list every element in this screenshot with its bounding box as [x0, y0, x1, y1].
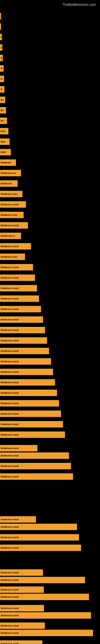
- bar-row: Bottleneck resu: [0, 211, 100, 219]
- bar-row: Bo: [0, 106, 100, 114]
- bar-row: Bottleneck result: [0, 568, 100, 576]
- bar-row: Bottleneck result: [0, 640, 100, 644]
- bottleneck-bar: Bottleneck result: [0, 358, 51, 365]
- bar-row: B: [0, 75, 100, 83]
- bottleneck-bar: Bottleneck result: [0, 473, 73, 480]
- bar-row: Bottl: [0, 148, 100, 156]
- bottleneck-bar: Bottleneck result: [0, 640, 42, 644]
- bottleneck-bar: Bottleneck re: [0, 233, 21, 239]
- bar-row: Bottleneck result: [0, 622, 100, 630]
- bottleneck-bar: Bottleneck result: [0, 400, 59, 406]
- bar-row: Bottleneck resu: [0, 253, 100, 261]
- bottleneck-bar: [0, 23, 1, 30]
- bottleneck-bar: Bottleneck result: [0, 285, 37, 292]
- bar-row: Bottleneck resu: [0, 190, 100, 198]
- bar-row: Bottleneck result: [0, 604, 100, 612]
- bottleneck-bar: Bottleneck result: [0, 452, 69, 459]
- bottleneck-bar: E: [0, 55, 3, 61]
- bar-row: Bottleneck result: [0, 523, 100, 531]
- bar-row: [0, 12, 100, 20]
- bottleneck-bar: Bottleneck result: [0, 432, 65, 438]
- bottleneck-bar: Bottlened: [0, 160, 16, 166]
- bar-row: Bottleneck result: [0, 305, 100, 313]
- bar-row: Bottleneck result: [0, 263, 100, 271]
- bar-row: Bottleneck result: [0, 274, 100, 282]
- bottleneck-bar: Bottleneck result: [0, 337, 47, 344]
- bottleneck-bar: Bottleneck result: [0, 222, 28, 228]
- bottleneck-bar: Bottleneck result: [0, 421, 63, 428]
- bar-row: Bottleneck res: [0, 169, 100, 177]
- bottleneck-bar: Bottleneck result: [0, 410, 61, 417]
- bottleneck-bar: Bottleneck result: [0, 569, 43, 576]
- bottleneck-bar: E: [0, 34, 2, 40]
- bar-row: Bottleneck result: [0, 326, 100, 334]
- bar-row: Bottleneck result: [0, 586, 100, 594]
- bottleneck-bar: Bottleneck resu: [0, 254, 25, 260]
- bar-row: Bo: [0, 117, 100, 125]
- bottleneck-bar: B: [0, 76, 4, 82]
- bar-row: Bottleneck result: [0, 389, 100, 397]
- bar-row: Bottleneck result: [0, 593, 100, 601]
- bottleneck-bar: E: [0, 44, 2, 51]
- bottleneck-bar: Bottleneck result: [0, 586, 44, 593]
- bottleneck-bar: Bottleneck resu: [0, 191, 22, 197]
- bar-row: Bottleneck result: [0, 629, 100, 637]
- bar-row: Bottleneck result: [0, 533, 100, 541]
- bar-row: Bottleneck result: [0, 452, 100, 460]
- bottleneck-bar: Bottleneck result: [0, 612, 91, 619]
- bar-row: Bottlened: [0, 158, 100, 167]
- bar-row: Bottleneck result: [0, 316, 100, 324]
- bottleneck-bar: B: [0, 65, 3, 72]
- site-title: TheBottlenecker.com: [62, 1, 96, 8]
- bottleneck-bar: Bottleneck result: [0, 348, 49, 354]
- bottleneck-bar: Bottleneck result: [0, 534, 79, 540]
- bar-row: Bottleneck result: [0, 399, 100, 407]
- bottleneck-bar: Bott: [0, 138, 10, 145]
- bar-row: E: [0, 54, 100, 62]
- bottleneck-bar: Bottleneck res: [0, 170, 21, 176]
- bar-row: Bottleneck result: [0, 368, 100, 376]
- bottleneck-bar: Bottleneck result: [0, 306, 41, 312]
- bottleneck-bar: Bott: [0, 128, 8, 134]
- bar-row: B: [0, 85, 100, 94]
- bar-row: Bottleneck result: [0, 472, 100, 480]
- bar-row: [0, 22, 100, 30]
- bar-row: Bottleneck result: [0, 200, 100, 208]
- bar-row: Bottleneck: [0, 180, 100, 188]
- bar-row: Bottleneck result: [0, 431, 100, 439]
- bar-row: Bottleneck result: [0, 420, 100, 428]
- bottleneck-bar: Bottleneck resu: [0, 212, 24, 218]
- bar-row: Bottleneck result: [0, 347, 100, 355]
- bottleneck-bar: Bottleneck result: [0, 201, 26, 208]
- bottleneck-bar: Bottleneck result: [0, 390, 57, 396]
- bottleneck-bar: Bottleneck result: [0, 577, 85, 583]
- bar-row: Bottleneck result: [0, 576, 100, 584]
- bar-row: Bottleneck result: [0, 284, 100, 292]
- bar-row: E: [0, 44, 100, 52]
- bottleneck-bar: Bo: [0, 107, 6, 114]
- bar-row: Bottleneck result: [0, 295, 100, 303]
- bottleneck-bar: Bottleneck result: [0, 369, 53, 375]
- bottleneck-bar: Bottleneck result: [0, 622, 45, 629]
- bar-row: Bottleneck result: [0, 444, 100, 452]
- bar-row: Bottleneck result: [0, 612, 100, 620]
- bottleneck-bar: B: [0, 86, 4, 92]
- bottleneck-bar: Bottleneck result: [0, 264, 33, 270]
- bottleneck-bar: Bottl: [0, 149, 11, 155]
- bar-row: Bottleneck result: [0, 544, 100, 552]
- bar-row: E: [0, 33, 100, 41]
- bottleneck-bar: Bottleneck result: [0, 327, 45, 333]
- bottleneck-bar: [0, 13, 1, 19]
- bar-row: Bott: [0, 138, 100, 146]
- bar-row: Bottleneck result: [0, 516, 100, 524]
- bar-row: Bottleneck re: [0, 232, 100, 240]
- bar-row: Bottleneck result: [0, 378, 100, 386]
- bar-row: Bott: [0, 127, 100, 135]
- bottleneck-bar: Bottleneck result: [0, 594, 89, 600]
- bottleneck-bar: Bottleneck result: [0, 524, 77, 530]
- bar-row: Bottleneck result: [0, 358, 100, 366]
- bottleneck-bar: Bottleneck result: [0, 243, 31, 250]
- bottleneck-bar: Bottleneck result: [0, 630, 93, 636]
- bottleneck-bar: Bottleneck result: [0, 463, 71, 469]
- bottleneck-bar: Bottleneck result: [0, 316, 43, 323]
